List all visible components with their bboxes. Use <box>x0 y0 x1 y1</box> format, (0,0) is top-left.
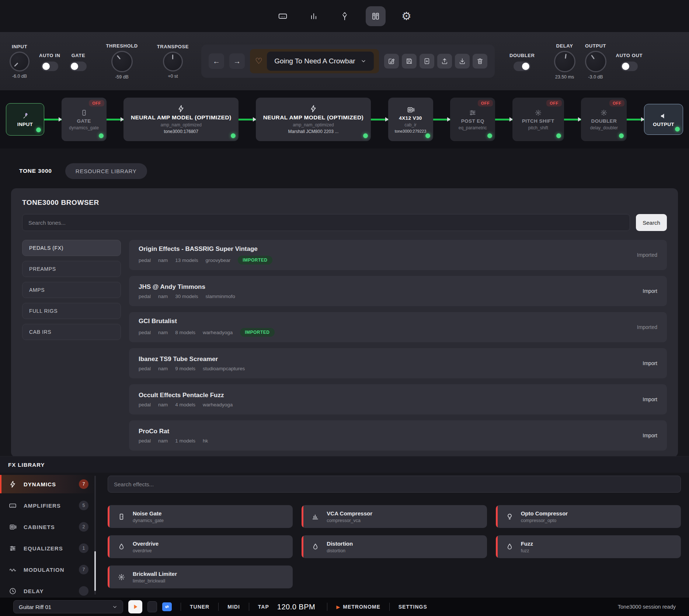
category-pedals-fx[interactable]: PEDALS (FX) <box>22 240 121 256</box>
cabinet-icon <box>9 523 17 531</box>
fx-category-delay[interactable]: DELAY <box>0 582 95 598</box>
import-button[interactable]: Import <box>643 288 657 294</box>
import-button[interactable]: Import <box>643 396 657 402</box>
settings-gear-icon[interactable]: ⚙ <box>397 6 417 26</box>
threshold-knob-group: THRESHOLD -59 dB <box>106 43 138 80</box>
chain-node-output[interactable]: OUTPUT <box>644 104 683 135</box>
fx-sidebar-scrollbar[interactable] <box>94 476 96 595</box>
imported-badge: IMPORTED <box>240 328 274 337</box>
tone-row[interactable]: Origin Effects - BASSRIG Super Vintage p… <box>129 240 667 270</box>
fx-card-distortion[interactable]: Distortion distortion <box>302 535 487 558</box>
sliders-icon <box>9 545 17 552</box>
fx-card-opto-compressor[interactable]: Opto Compressor compressor_opto <box>496 505 681 528</box>
play-button[interactable] <box>128 600 142 613</box>
delay-knob[interactable] <box>554 51 575 72</box>
new-preset-button[interactable] <box>420 54 434 69</box>
effects-search-input[interactable] <box>108 476 681 493</box>
meter-bars-icon[interactable] <box>304 6 324 26</box>
keyboard-icon[interactable] <box>273 6 293 26</box>
pencil-icon <box>388 57 395 65</box>
fx-category-equalizers[interactable]: EQUALIZERS 1 <box>0 539 95 557</box>
next-preset-button[interactable]: → <box>229 53 245 69</box>
scrollbar-thumb[interactable] <box>94 551 96 591</box>
doubler-toggle[interactable] <box>514 62 530 71</box>
favorite-heart-icon[interactable]: ♡ <box>255 57 262 65</box>
tone-row[interactable]: Ibanez TS9 Tube Screamer pedal nam 9 mod… <box>129 348 667 378</box>
node-detail: Marshall JCM800 2203 ... <box>288 129 339 134</box>
tone-row[interactable]: JHS @ Andy Timmons pedal nam 30 models s… <box>129 276 667 306</box>
fx-category-amplifiers[interactable]: AMPLIFIERS 5 <box>0 496 95 515</box>
fx-category-modulation[interactable]: MODULATION 7 <box>0 560 95 579</box>
node-subtitle: amp_nam_optimized <box>293 122 334 127</box>
previous-preset-button[interactable]: ← <box>209 53 224 69</box>
controls-strip: INPUT -6.0 dB AUTO IN GATE THRESHOLD -59… <box>0 32 689 90</box>
delay-knob-group: DELAY 23.50 ms <box>554 43 575 80</box>
tone-type: pedal <box>139 294 151 299</box>
fx-category-dynamics[interactable]: DYNAMICS 7 <box>0 475 95 493</box>
fx-card-vca-compressor[interactable]: VCA Compressor compressor_vca <box>302 505 487 528</box>
chain-node-nam-2[interactable]: NEURAL AMP MODEL (OPTIMIZED) amp_nam_opt… <box>256 98 371 141</box>
fx-card-noise-gate[interactable]: Noise Gate dynamics_gate <box>108 505 293 528</box>
chain-node-nam-1[interactable]: NEURAL AMP MODEL (OPTIMIZED) amp_nam_opt… <box>123 98 239 141</box>
backing-track-selector[interactable]: Guitar Riff 01 <box>13 600 123 613</box>
delete-preset-button[interactable] <box>473 54 487 69</box>
count-badge: 1 <box>79 543 88 553</box>
library-columns-icon[interactable] <box>366 6 386 26</box>
signal-merge-icon[interactable] <box>335 6 355 26</box>
file-plus-icon <box>423 57 431 65</box>
panel-title: TONE3000 BROWSER <box>22 199 667 207</box>
gate-toggle[interactable] <box>70 62 87 71</box>
chain-connector <box>239 119 256 120</box>
input-knob[interactable] <box>10 52 29 71</box>
fx-card-overdrive[interactable]: Overdrive overdrive <box>108 535 293 558</box>
tab-tone-3000[interactable]: TONE 3000 <box>19 168 52 174</box>
category-preamps[interactable]: PREAMPS <box>22 261 121 277</box>
import-button[interactable]: Import <box>643 360 657 366</box>
preset-selector[interactable]: Going To Need A Crowbar <box>267 52 374 71</box>
chain-node-pitch-shift[interactable]: OFF PITCH SHIFT pitch_shift <box>512 98 564 141</box>
stop-button[interactable] <box>147 601 157 612</box>
tuner-button[interactable]: TUNER <box>190 604 209 610</box>
doubler-group: DOUBLER <box>509 53 535 71</box>
fx-card-fuzz[interactable]: Fuzz fuzz <box>496 535 681 558</box>
tab-resource-library[interactable]: RESOURCE LIBRARY <box>65 163 147 179</box>
chain-node-doubler[interactable]: OFF DOUBLER delay_doubler <box>581 98 627 141</box>
metronome-button[interactable]: ▶ METRONOME <box>336 604 380 610</box>
category-cab-irs[interactable]: CAB IRS <box>22 324 121 340</box>
settings-button[interactable]: SETTINGS <box>399 604 427 610</box>
auto-in-toggle[interactable] <box>41 62 58 71</box>
output-knob[interactable] <box>585 51 606 72</box>
fx-library-title: FX LIBRARY <box>8 462 45 468</box>
tone-row[interactable]: ProCo Rat pedal nam 1 models hk Import <box>129 420 667 451</box>
fx-category-cabinets[interactable]: CABINETS 2 <box>0 518 95 536</box>
threshold-value: -59 dB <box>115 74 129 80</box>
midi-button[interactable]: MIDI <box>227 604 240 610</box>
chain-node-cab[interactable]: 4X12 V30 cab_ir tone3000:279223 <box>388 98 433 141</box>
transpose-knob[interactable] <box>163 52 183 71</box>
chain-node-input[interactable]: INPUT <box>6 103 44 136</box>
chain-node-post-eq[interactable]: OFF POST EQ eq_parametric <box>450 98 495 141</box>
fx-category-sidebar: DYNAMICS 7 AMPLIFIERS 5 CABINETS 2 EQUAL… <box>0 473 95 598</box>
export-preset-button[interactable] <box>437 54 452 69</box>
fx-card-brickwall-limiter[interactable]: Brickwall Limiter limiter_brickwall <box>108 566 293 588</box>
tap-tempo-button[interactable]: TAP <box>258 604 269 610</box>
rename-preset-button[interactable] <box>384 54 399 69</box>
import-preset-button[interactable] <box>455 54 470 69</box>
category-full-rigs[interactable]: FULL RIGS <box>22 303 121 319</box>
tone-search-row: Search <box>22 214 667 231</box>
tone-format: nam <box>158 330 168 335</box>
auto-out-toggle[interactable] <box>621 62 638 71</box>
threshold-knob[interactable] <box>111 51 133 72</box>
bpm-display[interactable]: 120.0 BPM <box>277 603 315 611</box>
fx-library-header: FX LIBRARY <box>0 456 689 473</box>
tone-row[interactable]: GCI Brutalist pedal nam 8 models warhead… <box>129 312 667 342</box>
save-preset-button[interactable] <box>402 54 417 69</box>
chain-node-gate[interactable]: OFF GATE dynamics_gate <box>62 98 107 141</box>
loop-button[interactable] <box>162 602 172 611</box>
search-button[interactable]: Search <box>636 214 667 231</box>
chain-connector <box>495 119 512 120</box>
tone-row[interactable]: Occult Effects Pentacle Fuzz pedal nam 4… <box>129 384 667 414</box>
import-button[interactable]: Import <box>643 433 657 438</box>
category-amps[interactable]: AMPS <box>22 282 121 298</box>
tone-search-input[interactable] <box>22 214 630 231</box>
